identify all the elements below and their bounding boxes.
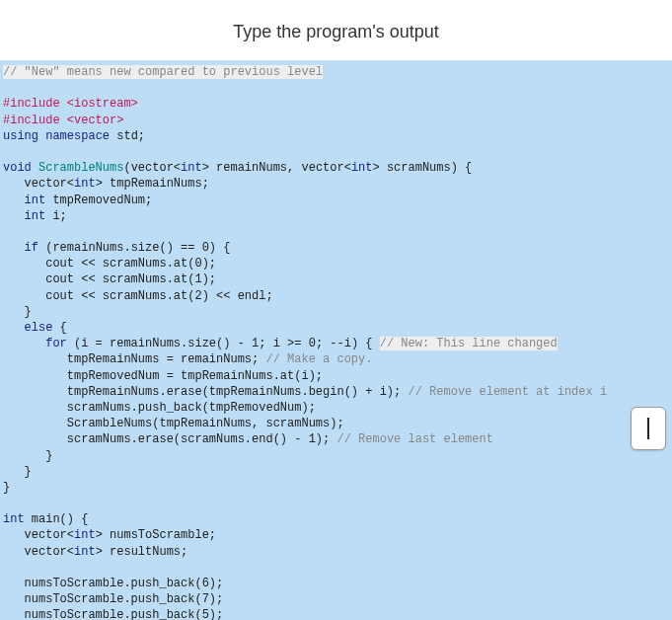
code-text: tmpRemovedNum;: [45, 194, 152, 207]
code-block: // "New" means new compared to previous …: [0, 60, 672, 620]
code-text: }: [3, 465, 32, 479]
code-text: main() {: [25, 512, 89, 526]
code-text: );: [209, 577, 223, 590]
text-cursor-icon: [647, 418, 649, 439]
code-text: vector<: [3, 528, 74, 542]
code-keyword: int: [74, 177, 96, 191]
code-comment: // Remove last element: [336, 432, 492, 446]
code-text: ScrambleNums(tmpRemainNums, scramNums);: [3, 417, 344, 430]
code-keyword: int: [74, 545, 96, 559]
code-text: );: [202, 257, 216, 271]
code-text: ) {: [209, 241, 231, 255]
code-text: {: [52, 321, 66, 335]
code-keyword: if: [3, 241, 38, 255]
code-text: tmpRemainNums = remainNums;: [3, 352, 265, 366]
code-text: }: [3, 449, 52, 463]
code-text: (vector<: [123, 161, 181, 175]
code-keyword: for: [3, 337, 67, 350]
code-num: 2: [194, 289, 201, 303]
code-text: tmpRemovedNum = tmpRemainNums.at(i);: [3, 369, 323, 383]
code-preproc: #include: [3, 97, 67, 111]
code-num: 1: [194, 272, 201, 286]
code-keyword: else: [3, 321, 52, 335]
code-comment: // Remove element at index i: [408, 385, 607, 399]
code-comment: // New: This line changed: [380, 337, 558, 350]
code-text: vector<: [3, 177, 74, 191]
code-comment: // Make a copy.: [265, 352, 372, 366]
code-text: ; --i) {: [316, 337, 380, 350]
code-keyword: int: [74, 528, 96, 542]
code-text: ) << endl;: [202, 289, 273, 303]
code-text: cout << scramNums.at(: [3, 257, 194, 271]
code-keyword: int: [3, 512, 25, 526]
code-text: > scramNums) {: [373, 161, 473, 175]
code-keyword: int: [351, 161, 373, 175]
code-text: > numsToScramble;: [96, 528, 216, 542]
code-text: numsToScramble.push_back(: [3, 592, 202, 606]
code-text: std;: [110, 129, 145, 143]
code-text: ; i >=: [259, 337, 308, 350]
code-keyword: using: [3, 129, 38, 143]
code-include: <vector>: [67, 114, 124, 127]
code-text: scramNums.erase(scramNums.end() -: [3, 432, 309, 446]
code-text: > resultNums;: [96, 545, 188, 559]
code-text: numsToScramble.push_back(: [3, 608, 202, 620]
code-text: );: [316, 432, 337, 446]
code-keyword: void: [3, 161, 32, 175]
code-text: }: [3, 481, 10, 495]
answer-input[interactable]: [631, 407, 666, 450]
code-keyword: int: [3, 194, 45, 207]
code-text: vector<: [3, 545, 74, 559]
code-num: 1: [309, 432, 316, 446]
code-num: 6: [202, 577, 209, 590]
code-text: (remainNums.size() ==: [38, 241, 202, 255]
code-num: 7: [202, 592, 209, 606]
code-keyword: namespace: [38, 129, 110, 143]
code-text: (i = remainNums.size() -: [67, 337, 252, 350]
code-text: scramNums.push_back(tmpRemovedNum);: [3, 401, 316, 415]
code-text: );: [202, 272, 216, 286]
code-text: i;: [45, 209, 67, 223]
code-text: }: [3, 305, 32, 319]
page-title: Type the program's output: [0, 0, 672, 60]
code-num: 5: [202, 608, 209, 620]
code-text: cout << scramNums.at(: [3, 272, 194, 286]
code-keyword: int: [181, 161, 202, 175]
code-text: );: [209, 592, 223, 606]
code-num: 0: [194, 257, 201, 271]
code-keyword: int: [3, 209, 45, 223]
code-text: cout << scramNums.at(: [3, 289, 194, 303]
code-text: > tmpRemainNums;: [96, 177, 209, 191]
code-text: numsToScramble.push_back(: [3, 577, 202, 590]
code-num: 0: [202, 241, 209, 255]
code-num: 0: [309, 337, 316, 350]
code-preproc: #include: [3, 114, 67, 127]
code-func: ScrambleNums: [32, 161, 124, 175]
code-comment: // "New" means new compared to previous …: [3, 65, 323, 79]
code-text: );: [209, 608, 223, 620]
code-include: <iostream>: [67, 97, 138, 111]
code-text: > remainNums, vector<: [202, 161, 351, 175]
code-text: tmpRemainNums.erase(tmpRemainNums.begin(…: [3, 385, 408, 399]
